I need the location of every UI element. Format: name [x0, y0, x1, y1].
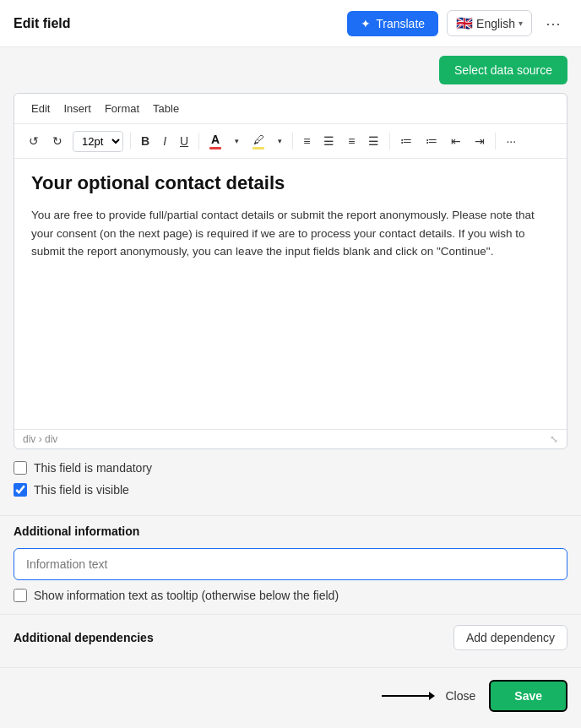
toolbar-top: Select data source [0, 47, 581, 93]
align-justify-button[interactable]: ☰ [362, 131, 385, 151]
editor-container: Edit Insert Format Table ↺ ↻ 12pt 14pt 1… [14, 93, 567, 449]
underline-icon: U [180, 134, 188, 148]
flag-icon: 🇬🇧 [456, 15, 473, 31]
chevron-down-icon: ▾ [278, 137, 282, 145]
save-button[interactable]: Save [489, 680, 567, 712]
header-actions: ✦ Translate 🇬🇧 English ▾ ⋯ [347, 10, 567, 36]
align-right-icon: ≡ [348, 134, 355, 148]
separator-5 [495, 133, 496, 149]
visible-row: This field is visible [14, 483, 567, 497]
additional-information-title: Additional information [14, 524, 567, 538]
unordered-list-button[interactable]: ≔ [394, 131, 418, 151]
mandatory-checkbox[interactable] [14, 461, 27, 475]
align-left-icon: ≡ [303, 134, 310, 148]
ordered-list-button[interactable]: ≔ [420, 131, 443, 151]
additional-dependencies-title: Additional dependencies [14, 631, 154, 644]
more-icon: ··· [506, 134, 516, 148]
highlight-button[interactable]: 🖊 [247, 129, 270, 153]
chevron-down-icon: ▾ [519, 19, 523, 28]
indent-icon: ⇥ [475, 134, 485, 148]
toolbar-more-button[interactable]: ··· [500, 131, 522, 151]
close-button[interactable]: Close [439, 686, 483, 706]
menu-insert[interactable]: Insert [57, 99, 98, 118]
add-dependency-button[interactable]: Add dependency [453, 625, 567, 650]
editor-heading: Your optional contact details [31, 172, 550, 194]
breadcrumb-path: div › div [23, 433, 57, 445]
undo-icon: ↺ [29, 134, 39, 148]
translate-button[interactable]: ✦ Translate [347, 11, 438, 36]
editor-menu-bar: Edit Insert Format Table [14, 94, 567, 124]
page-title: Edit field [14, 16, 347, 31]
translate-label: Translate [376, 17, 425, 30]
tooltip-label: Show information text as tooltip (otherw… [34, 589, 339, 602]
highlight-chevron[interactable]: ▾ [272, 133, 288, 149]
tooltip-checkbox[interactable] [14, 589, 27, 602]
language-label: English [476, 17, 515, 30]
italic-icon: I [163, 134, 166, 148]
menu-format[interactable]: Format [98, 99, 146, 118]
align-right-button[interactable]: ≡ [342, 131, 361, 151]
align-left-button[interactable]: ≡ [297, 131, 316, 151]
editor-toolbar: ↺ ↻ 12pt 14pt 18pt 24pt B I U A [14, 124, 567, 159]
translate-icon: ✦ [361, 17, 371, 30]
more-options-button[interactable]: ⋯ [540, 11, 567, 36]
resize-handle-icon[interactable]: ⤡ [550, 433, 558, 445]
arrow-head-icon [429, 692, 435, 700]
align-justify-icon: ☰ [368, 134, 379, 148]
tooltip-row: Show information text as tooltip (otherw… [14, 589, 567, 602]
undo-button[interactable]: ↺ [23, 131, 45, 151]
menu-edit[interactable]: Edit [24, 99, 57, 118]
indent-button[interactable]: ⇥ [469, 131, 491, 151]
editor-content[interactable]: Your optional contact details You are fr… [14, 159, 567, 429]
font-color-chevron[interactable]: ▾ [229, 133, 245, 149]
redo-button[interactable]: ↻ [46, 131, 68, 151]
visible-checkbox[interactable] [14, 483, 27, 497]
mandatory-row: This field is mandatory [14, 461, 567, 475]
additional-dependencies-section: Additional dependencies Add dependency [0, 614, 581, 660]
information-text-input[interactable] [14, 548, 567, 580]
italic-button[interactable]: I [157, 131, 172, 151]
more-icon: ⋯ [546, 15, 562, 32]
underline-button[interactable]: U [174, 131, 194, 151]
font-color-icon: A [211, 133, 220, 146]
language-selector[interactable]: 🇬🇧 English ▾ [447, 10, 532, 36]
bold-icon: B [141, 134, 149, 148]
highlight-icon: 🖊 [252, 133, 264, 149]
align-center-button[interactable]: ☰ [318, 131, 340, 151]
footer-actions: Close Save [382, 680, 568, 712]
footer: Close Save [0, 667, 581, 724]
align-center-icon: ☰ [323, 134, 334, 148]
checkboxes-section: This field is mandatory This field is vi… [0, 449, 581, 512]
bold-button[interactable]: B [135, 131, 155, 151]
arrow-line [382, 695, 429, 697]
separator-3 [292, 133, 293, 149]
font-color-button[interactable]: A [204, 129, 227, 153]
outdent-button[interactable]: ⇤ [445, 131, 467, 151]
additional-information-section: Additional information Show information … [0, 515, 581, 611]
mandatory-label: This field is mandatory [34, 461, 152, 475]
visible-label: This field is visible [34, 483, 129, 497]
ordered-list-icon: ≔ [426, 134, 437, 148]
arrow-indicator [382, 695, 429, 697]
editor-body: You are free to provide full/partial con… [31, 206, 550, 261]
outdent-icon: ⇤ [451, 134, 461, 148]
redo-icon: ↻ [52, 134, 62, 148]
menu-table[interactable]: Table [146, 99, 186, 118]
separator-1 [130, 133, 131, 149]
unordered-list-icon: ≔ [400, 134, 412, 148]
editor-statusbar: div › div ⤡ [14, 429, 567, 448]
header: Edit field ✦ Translate 🇬🇧 English ▾ ⋯ [0, 0, 581, 47]
font-size-select[interactable]: 12pt 14pt 18pt 24pt [73, 131, 123, 152]
select-data-source-button[interactable]: Select data source [439, 56, 567, 84]
separator-2 [198, 133, 199, 149]
separator-4 [389, 133, 390, 149]
chevron-down-icon: ▾ [235, 137, 239, 145]
